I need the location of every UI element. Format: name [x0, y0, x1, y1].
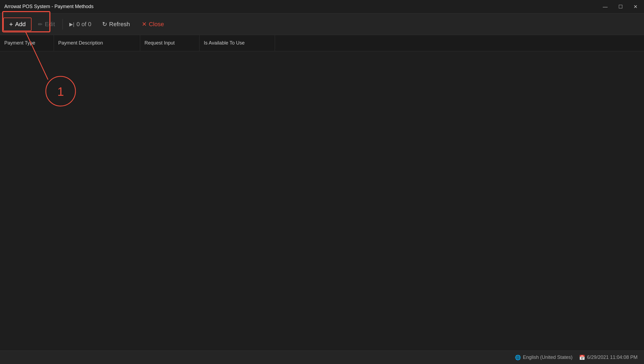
maximize-button[interactable]: ☐	[616, 3, 625, 10]
edit-button[interactable]: ✏ Edit	[33, 18, 60, 30]
datetime-label: 6/29/2021 11:04:08 PM	[587, 355, 638, 360]
refresh-button[interactable]: ↻ Refresh	[97, 18, 135, 30]
svg-point-2	[46, 76, 75, 106]
calendar-icon: 📅	[579, 355, 585, 360]
add-button-label: Add	[15, 21, 26, 28]
table-header: Payment Type Payment Description Request…	[0, 35, 644, 51]
column-header-empty	[275, 35, 644, 51]
record-count-label: 0 of 0	[77, 21, 91, 28]
window-close-button[interactable]: ✕	[631, 3, 640, 10]
status-bar: 🌐 English (United States) 📅 6/29/2021 11…	[0, 351, 644, 364]
language-icon: 🌐	[515, 355, 521, 360]
column-header-is-available: Is Available To Use	[199, 35, 275, 51]
column-header-payment-description: Payment Description	[54, 35, 140, 51]
add-button[interactable]: + Add	[3, 18, 32, 31]
window-title: Arrowat POS System - Payment Methods	[4, 4, 94, 9]
toolbar-separator	[63, 19, 63, 30]
close-toolbar-button-label: Close	[149, 21, 164, 28]
column-header-request-input: Request Input	[140, 35, 199, 51]
column-header-payment-type: Payment Type	[0, 35, 54, 51]
play-icon: ▶|	[69, 21, 74, 27]
title-bar: Arrowat POS System - Payment Methods — ☐…	[0, 0, 644, 13]
edit-button-label: Edit	[45, 21, 55, 28]
datetime-status: 📅 6/29/2021 11:04:08 PM	[579, 355, 638, 360]
pencil-icon: ✏	[38, 21, 43, 28]
title-bar-left: Arrowat POS System - Payment Methods	[4, 4, 94, 9]
plus-icon: +	[9, 21, 13, 28]
refresh-button-label: Refresh	[109, 21, 130, 28]
record-count: ▶| 0 of 0	[65, 21, 96, 28]
language-label: English (United States)	[523, 355, 573, 360]
svg-text:1: 1	[57, 85, 64, 98]
close-icon: ✕	[142, 21, 147, 28]
refresh-icon: ↻	[102, 21, 107, 28]
minimize-button[interactable]: —	[601, 3, 610, 10]
language-status: 🌐 English (United States)	[515, 355, 573, 360]
close-toolbar-button[interactable]: ✕ Close	[136, 18, 169, 30]
title-bar-controls: — ☐ ✕	[601, 3, 640, 10]
annotation-svg: 1	[0, 0, 644, 364]
toolbar: + Add ✏ Edit ▶| 0 of 0 ↻ Refresh ✕ Close	[0, 13, 644, 35]
